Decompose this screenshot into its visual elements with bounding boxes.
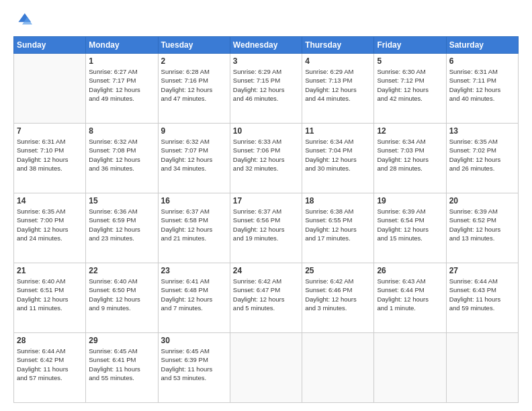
day-info: Sunrise: 6:37 AM Sunset: 6:56 PM Dayligh…: [233, 207, 299, 242]
logo-icon: [13, 11, 32, 30]
day-info: Sunrise: 6:32 AM Sunset: 7:08 PM Dayligh…: [89, 137, 154, 173]
day-number: 17: [233, 196, 299, 205]
day-number: 14: [17, 196, 83, 205]
day-info: Sunrise: 6:45 AM Sunset: 6:41 PM Dayligh…: [89, 347, 154, 382]
logo: [13, 11, 35, 30]
day-number: 10: [233, 126, 299, 136]
calendar-cell: [230, 333, 302, 403]
day-number: 5: [377, 56, 443, 66]
day-info: Sunrise: 6:29 AM Sunset: 7:15 PM Dayligh…: [233, 67, 299, 103]
calendar-cell: 12Sunrise: 6:34 AM Sunset: 7:03 PM Dayli…: [374, 124, 446, 193]
calendar-cell: 21Sunrise: 6:40 AM Sunset: 6:51 PM Dayli…: [14, 263, 86, 333]
calendar-cell: 15Sunrise: 6:36 AM Sunset: 6:59 PM Dayli…: [86, 193, 158, 263]
day-info: Sunrise: 6:32 AM Sunset: 7:07 PM Dayligh…: [161, 137, 227, 173]
calendar-cell: 8Sunrise: 6:32 AM Sunset: 7:08 PM Daylig…: [86, 124, 158, 193]
calendar-cell: 24Sunrise: 6:42 AM Sunset: 6:47 PM Dayli…: [230, 263, 302, 333]
calendar-week-row: 28Sunrise: 6:44 AM Sunset: 6:42 PM Dayli…: [14, 333, 519, 403]
calendar-cell: 2Sunrise: 6:28 AM Sunset: 7:16 PM Daylig…: [158, 54, 230, 124]
day-number: 26: [377, 266, 443, 275]
day-number: 8: [89, 126, 154, 136]
day-info: Sunrise: 6:27 AM Sunset: 7:17 PM Dayligh…: [89, 67, 154, 103]
calendar-week-row: 7Sunrise: 6:31 AM Sunset: 7:10 PM Daylig…: [14, 124, 519, 193]
day-info: Sunrise: 6:34 AM Sunset: 7:03 PM Dayligh…: [377, 137, 443, 173]
day-number: 21: [17, 266, 83, 275]
day-info: Sunrise: 6:40 AM Sunset: 6:50 PM Dayligh…: [89, 277, 154, 312]
calendar-table: SundayMondayTuesdayWednesdayThursdayFrid…: [13, 36, 519, 403]
day-number: 23: [161, 266, 227, 275]
weekday-header-row: SundayMondayTuesdayWednesdayThursdayFrid…: [14, 37, 519, 54]
calendar-week-row: 21Sunrise: 6:40 AM Sunset: 6:51 PM Dayli…: [14, 263, 519, 333]
calendar-week-row: 14Sunrise: 6:35 AM Sunset: 7:00 PM Dayli…: [14, 193, 519, 263]
calendar-cell: 4Sunrise: 6:29 AM Sunset: 7:13 PM Daylig…: [302, 54, 374, 124]
calendar-cell: 7Sunrise: 6:31 AM Sunset: 7:10 PM Daylig…: [14, 124, 86, 193]
day-info: Sunrise: 6:44 AM Sunset: 6:42 PM Dayligh…: [17, 347, 83, 382]
day-info: Sunrise: 6:28 AM Sunset: 7:16 PM Dayligh…: [161, 67, 227, 103]
day-info: Sunrise: 6:40 AM Sunset: 6:51 PM Dayligh…: [17, 277, 83, 312]
day-info: Sunrise: 6:38 AM Sunset: 6:55 PM Dayligh…: [305, 207, 371, 242]
day-info: Sunrise: 6:34 AM Sunset: 7:04 PM Dayligh…: [305, 137, 371, 173]
day-number: 27: [449, 266, 515, 275]
weekday-header-wednesday: Wednesday: [230, 37, 302, 54]
calendar-cell: 26Sunrise: 6:43 AM Sunset: 6:44 PM Dayli…: [374, 263, 446, 333]
day-info: Sunrise: 6:42 AM Sunset: 6:46 PM Dayligh…: [305, 277, 371, 312]
calendar-cell: 11Sunrise: 6:34 AM Sunset: 7:04 PM Dayli…: [302, 124, 374, 193]
calendar-cell: 16Sunrise: 6:37 AM Sunset: 6:58 PM Dayli…: [158, 193, 230, 263]
header: [13, 11, 519, 30]
calendar-cell: 14Sunrise: 6:35 AM Sunset: 7:00 PM Dayli…: [14, 193, 86, 263]
day-number: 3: [233, 56, 299, 66]
calendar-cell: 17Sunrise: 6:37 AM Sunset: 6:56 PM Dayli…: [230, 193, 302, 263]
calendar-cell: 30Sunrise: 6:45 AM Sunset: 6:39 PM Dayli…: [158, 333, 230, 403]
calendar-cell: 22Sunrise: 6:40 AM Sunset: 6:50 PM Dayli…: [86, 263, 158, 333]
calendar-cell: 19Sunrise: 6:39 AM Sunset: 6:54 PM Dayli…: [374, 193, 446, 263]
weekday-header-tuesday: Tuesday: [158, 37, 230, 54]
calendar-cell: [446, 333, 518, 403]
calendar-cell: 13Sunrise: 6:35 AM Sunset: 7:02 PM Dayli…: [446, 124, 518, 193]
weekday-header-sunday: Sunday: [14, 37, 86, 54]
day-number: 7: [17, 126, 83, 136]
calendar-cell: 1Sunrise: 6:27 AM Sunset: 7:17 PM Daylig…: [86, 54, 158, 124]
day-number: 20: [449, 196, 515, 205]
weekday-header-thursday: Thursday: [302, 37, 374, 54]
day-number: 30: [161, 336, 227, 345]
day-number: 22: [89, 266, 154, 275]
calendar-cell: 5Sunrise: 6:30 AM Sunset: 7:12 PM Daylig…: [374, 54, 446, 124]
calendar-cell: 3Sunrise: 6:29 AM Sunset: 7:15 PM Daylig…: [230, 54, 302, 124]
day-number: 18: [305, 196, 371, 205]
day-info: Sunrise: 6:45 AM Sunset: 6:39 PM Dayligh…: [161, 347, 227, 382]
calendar-cell: 9Sunrise: 6:32 AM Sunset: 7:07 PM Daylig…: [158, 124, 230, 193]
day-number: 25: [305, 266, 371, 275]
day-info: Sunrise: 6:35 AM Sunset: 7:00 PM Dayligh…: [17, 207, 83, 242]
day-number: 16: [161, 196, 227, 205]
page: SundayMondayTuesdayWednesdayThursdayFrid…: [0, 0, 532, 411]
day-info: Sunrise: 6:31 AM Sunset: 7:10 PM Dayligh…: [17, 137, 83, 173]
weekday-header-saturday: Saturday: [446, 37, 518, 54]
calendar-cell: 27Sunrise: 6:44 AM Sunset: 6:43 PM Dayli…: [446, 263, 518, 333]
calendar-cell: 10Sunrise: 6:33 AM Sunset: 7:06 PM Dayli…: [230, 124, 302, 193]
day-info: Sunrise: 6:39 AM Sunset: 6:54 PM Dayligh…: [377, 207, 443, 242]
day-number: 4: [305, 56, 371, 66]
day-info: Sunrise: 6:30 AM Sunset: 7:12 PM Dayligh…: [377, 67, 443, 103]
calendar-week-row: 1Sunrise: 6:27 AM Sunset: 7:17 PM Daylig…: [14, 54, 519, 124]
day-info: Sunrise: 6:36 AM Sunset: 6:59 PM Dayligh…: [89, 207, 154, 242]
calendar-cell: 20Sunrise: 6:39 AM Sunset: 6:52 PM Dayli…: [446, 193, 518, 263]
day-info: Sunrise: 6:44 AM Sunset: 6:43 PM Dayligh…: [449, 277, 515, 312]
day-info: Sunrise: 6:35 AM Sunset: 7:02 PM Dayligh…: [449, 137, 515, 173]
day-info: Sunrise: 6:29 AM Sunset: 7:13 PM Dayligh…: [305, 67, 371, 103]
day-number: 13: [449, 126, 515, 136]
calendar-cell: [14, 54, 86, 124]
day-info: Sunrise: 6:43 AM Sunset: 6:44 PM Dayligh…: [377, 277, 443, 312]
day-info: Sunrise: 6:42 AM Sunset: 6:47 PM Dayligh…: [233, 277, 299, 312]
day-info: Sunrise: 6:37 AM Sunset: 6:58 PM Dayligh…: [161, 207, 227, 242]
calendar-cell: 6Sunrise: 6:31 AM Sunset: 7:11 PM Daylig…: [446, 54, 518, 124]
day-number: 19: [377, 196, 443, 205]
calendar-cell: [302, 333, 374, 403]
calendar-cell: 25Sunrise: 6:42 AM Sunset: 6:46 PM Dayli…: [302, 263, 374, 333]
day-info: Sunrise: 6:31 AM Sunset: 7:11 PM Dayligh…: [449, 67, 515, 103]
calendar-cell: [374, 333, 446, 403]
day-number: 24: [233, 266, 299, 275]
day-number: 6: [449, 56, 515, 66]
calendar-cell: 29Sunrise: 6:45 AM Sunset: 6:41 PM Dayli…: [86, 333, 158, 403]
day-number: 12: [377, 126, 443, 136]
day-number: 29: [89, 336, 154, 345]
calendar-cell: 18Sunrise: 6:38 AM Sunset: 6:55 PM Dayli…: [302, 193, 374, 263]
